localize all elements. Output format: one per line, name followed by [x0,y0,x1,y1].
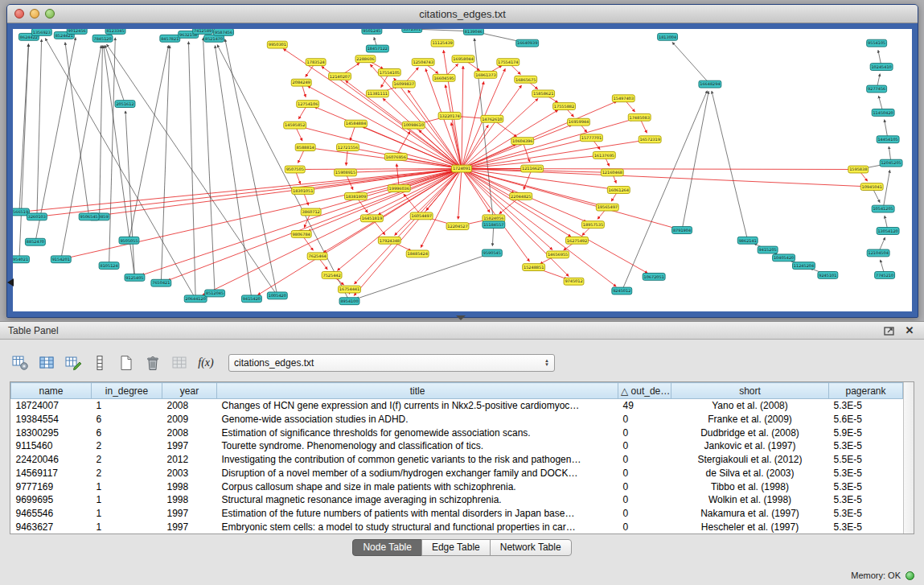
graph-node[interactable]: 1595838 [848,166,869,173]
graph-node[interactable]: 15248851 [523,264,545,271]
graph-edge[interactable] [883,170,889,208]
minimize-window-button[interactable] [30,9,39,19]
graph-edge[interactable] [462,169,571,237]
graph-edge[interactable] [37,39,42,217]
graph-edge[interactable] [458,169,462,220]
network-table-selector[interactable]: citations_edges.txt ▲▼ [228,354,555,372]
graph-node[interactable]: 12116625 [521,165,544,172]
graph-node[interactable]: 7412589 [193,29,213,34]
graph-node[interactable]: 9554105 [867,39,887,47]
table-cell[interactable]: 1997 [162,507,217,521]
graph-edge[interactable] [258,169,462,295]
table-cell[interactable]: 1997 [162,439,217,453]
graph-node[interactable]: 14656955 [547,251,569,258]
graph-node[interactable]: 9415205 [758,246,778,253]
graph-node[interactable]: 8105124 [99,262,119,270]
graph-node[interactable]: 7845120 [92,35,113,42]
graph-node[interactable]: 18457122 [366,45,388,52]
table-cell[interactable]: Wolkin et al. (1998) [671,493,829,507]
graph-node[interactable]: 16865675 [515,76,537,83]
table-cell[interactable]: 5.3E-5 [829,439,903,453]
table-cell[interactable]: 2 [92,453,162,467]
table-cell[interactable]: Structural magnetic resonance image aver… [217,493,618,507]
import-table-icon[interactable] [169,352,190,373]
table-cell[interactable]: 9699695 [11,493,92,507]
table-cell[interactable]: Estimation of significance thresholds fo… [217,426,618,439]
new-column-icon[interactable] [10,352,31,373]
table-cell[interactable]: Investigating the contribution of common… [217,453,618,467]
window-title-bar[interactable]: citations_edges.txt [7,5,918,23]
graph-edge[interactable] [672,42,710,84]
graph-node[interactable]: 7650421 [151,279,171,286]
graph-node[interactable]: 17924348 [378,237,400,244]
graph-edge[interactable] [337,169,462,271]
table-cell[interactable]: 0 [618,493,671,507]
graph-node[interactable]: 1783524 [306,59,326,66]
graph-node[interactable]: 16572319 [639,136,661,143]
graph-node[interactable]: 10541205 [872,205,894,212]
float-panel-icon[interactable] [882,324,895,337]
graph-node[interactable]: 16054497 [410,212,433,220]
graph-node[interactable]: 18957535 [581,221,604,229]
graph-edge[interactable] [462,110,558,169]
column-header-3[interactable]: title [217,383,618,399]
graph-node[interactable]: 14454105 [877,136,899,143]
table-cell[interactable]: 1 [92,480,162,493]
table-row[interactable]: 911546021997Tourette syndrome. Phenomeno… [11,439,903,453]
table-cell[interactable]: de Silva et al. (2003) [671,466,829,480]
graph-node[interactable]: 12204527 [446,223,469,230]
graph-edge[interactable] [203,38,216,294]
graph-node[interactable]: 2084249 [291,79,311,86]
graph-node[interactable]: 5572301 [402,29,422,32]
table-cell[interactable]: 0 [618,480,671,493]
graph-node[interactable]: 16640939 [516,39,539,47]
graph-node[interactable]: 15777701 [580,134,602,142]
graph-edge[interactable] [19,44,28,212]
graph-node[interactable]: 16076956 [384,153,407,160]
table-cell[interactable]: Tourette syndrome. Phenomenology and cla… [217,439,618,453]
table-row[interactable]: 946362711997Embryonic stem cells: a mode… [11,520,903,534]
graph-node[interactable]: 18381909 [345,192,368,200]
graph-node[interactable]: 7954021 [13,256,29,263]
graph-node[interactable]: 16604595 [433,74,455,81]
graph-node[interactable]: 16451819 [360,215,383,222]
graph-node[interactable]: 8512045 [205,290,225,297]
rows-icon[interactable] [89,352,110,373]
graph-node[interactable]: 12504743 [412,59,434,66]
graph-node[interactable]: 9862141 [737,237,758,244]
table-cell[interactable]: 9463627 [11,520,92,534]
graph-node[interactable]: 10245410 [870,64,893,71]
table-cell[interactable]: 6 [92,426,162,439]
table-cell[interactable]: 2008 [162,426,217,439]
graph-node[interactable]: 11245204 [793,262,815,270]
graph-node[interactable]: 9590545 [482,249,502,257]
graph-edge[interactable] [125,111,134,278]
column-header-2[interactable]: year [162,383,217,399]
graph-node[interactable]: 8954100 [339,298,359,305]
table-cell[interactable]: 5.3E-5 [829,399,903,413]
graph-node[interactable]: 9415420 [241,295,261,303]
graph-node[interactable]: 12104504 [867,249,889,257]
graph-node[interactable]: 12045205 [880,159,902,167]
table-row[interactable]: 977716911998Corpus callosum shape and si… [11,480,903,493]
table-row[interactable]: 1938455462009Genome-wide association stu… [11,413,903,426]
citation-network-graph[interactable]: 1724091178352420842491275410614595852858… [13,29,912,311]
table-cell[interactable]: 9465546 [11,507,92,521]
graph-node[interactable]: 15908915 [335,169,357,176]
table-cell[interactable]: 5.9E-5 [829,426,903,439]
graph-node[interactable]: 18301051 [292,187,314,195]
table-cell[interactable]: 1 [92,520,162,534]
graph-node[interactable]: 19565497 [596,204,618,211]
graph-node[interactable]: 8123345 [105,29,125,34]
graph-edge[interactable] [462,169,851,170]
graph-node[interactable]: 10672051 [643,273,665,280]
table-cell[interactable]: Embryonic stem cells: a model to study s… [217,520,618,534]
graph-node[interactable]: 18485424 [406,250,429,257]
graph-node[interactable]: 12160468 [601,169,623,176]
graph-node[interactable]: 9125405 [125,274,145,281]
graph-node[interactable]: 1005420 [267,292,287,299]
table-cell[interactable]: 0 [618,453,671,467]
graph-node[interactable]: 9277456 [867,85,887,93]
table-cell[interactable]: 5.3E-5 [829,493,903,507]
new-file-icon[interactable] [116,352,137,373]
